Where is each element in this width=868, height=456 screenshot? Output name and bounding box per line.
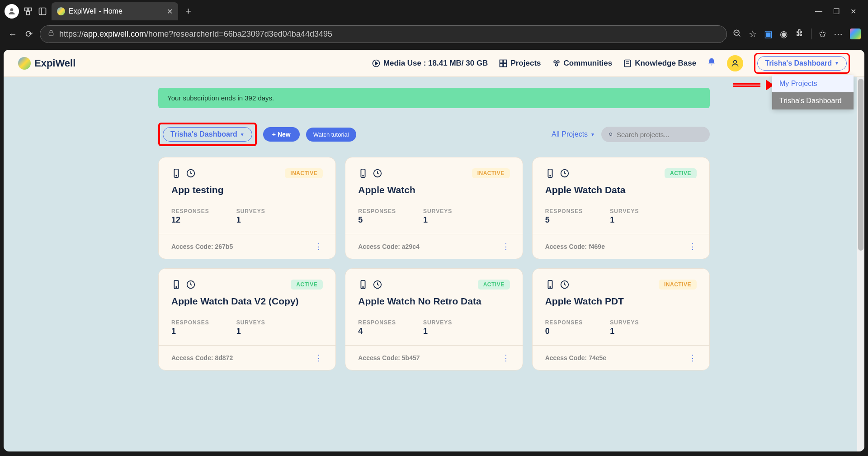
surveys-value: 1 <box>423 215 452 225</box>
project-card[interactable]: INACTIVE App testing RESPONSES 12 SURVEY… <box>158 157 336 259</box>
tab-favicon-icon <box>57 7 65 15</box>
svg-rect-6 <box>49 33 53 36</box>
project-card[interactable]: INACTIVE Apple Watch PDT RESPONSES 0 SUR… <box>532 268 710 370</box>
access-code: Access Code: 8d872 <box>171 354 233 361</box>
svg-point-18 <box>555 63 557 66</box>
svg-point-38 <box>363 287 363 288</box>
responses-value: 4 <box>358 327 396 336</box>
back-button[interactable]: ← <box>7 29 18 39</box>
minimize-icon[interactable]: — <box>815 7 822 16</box>
zoom-icon[interactable] <box>732 28 741 40</box>
dropdown-item-my-projects[interactable]: My Projects <box>772 75 854 92</box>
svg-rect-13 <box>504 60 507 63</box>
nav-knowledge-base[interactable]: Knowledge Base <box>623 59 696 68</box>
search-input[interactable] <box>617 131 703 138</box>
watch-tutorial-button[interactable]: Watch tutorial <box>306 128 356 142</box>
access-code: Access Code: 267b5 <box>171 243 233 250</box>
access-code: Access Code: a29c4 <box>358 243 419 250</box>
svg-rect-1 <box>25 8 28 11</box>
svg-point-26 <box>176 176 177 176</box>
media-use: Media Use : 18.41 MB/ 30 GB <box>372 59 488 68</box>
maximize-icon[interactable]: ❐ <box>833 7 840 16</box>
window-controls: — ❐ ✕ <box>815 7 863 16</box>
app-header: ExpiWell Media Use : 18.41 MB/ 30 GB Pro… <box>4 50 864 77</box>
annotation-arrow <box>733 81 769 90</box>
access-code: Access Code: 74e5e <box>545 354 606 361</box>
project-title: App testing <box>171 185 323 195</box>
favorite-icon[interactable]: ☆ <box>749 28 757 39</box>
clock-icon <box>373 168 382 178</box>
profile-icon[interactable] <box>5 4 19 19</box>
svg-point-23 <box>609 133 612 136</box>
clock-icon <box>560 168 570 178</box>
svg-point-41 <box>550 287 551 288</box>
clock-icon <box>186 168 196 178</box>
sidebar-toggle-icon[interactable] <box>37 6 48 17</box>
surveys-value: 1 <box>610 327 639 336</box>
project-card[interactable]: ACTIVE Apple Watch Data RESPONSES 5 SURV… <box>532 157 710 259</box>
svg-rect-15 <box>504 63 507 66</box>
tab-close-icon[interactable]: ✕ <box>167 7 173 16</box>
scrollbar-thumb[interactable] <box>858 79 863 251</box>
dashboard-dropdown-body[interactable]: Trisha's Dashboard ▼ <box>163 127 252 142</box>
svg-marker-11 <box>375 62 377 65</box>
project-card[interactable]: ACTIVE Apple Watch No Retro Data RESPONS… <box>345 268 523 370</box>
more-menu-icon[interactable]: ⋯ <box>834 28 843 39</box>
search-icon <box>609 130 613 138</box>
scrollbar[interactable] <box>857 77 864 451</box>
logo[interactable]: ExpiWell <box>18 57 75 70</box>
collections-icon[interactable]: ▣ <box>764 28 773 39</box>
phone-icon <box>171 168 181 178</box>
url-bar: ← ⟳ https://app.expiwell.com/home?resear… <box>0 23 868 45</box>
responses-value: 0 <box>545 327 583 336</box>
nav-communities[interactable]: Communities <box>552 59 613 68</box>
clock-icon <box>186 280 196 290</box>
extensions-icon[interactable] <box>795 28 804 40</box>
notification-bell-icon[interactable] <box>707 57 716 69</box>
project-title: Apple Watch Data <box>545 185 697 195</box>
svg-point-0 <box>10 8 14 11</box>
app-viewport: ExpiWell Media Use : 18.41 MB/ 30 GB Pro… <box>4 50 864 451</box>
surveys-value: 1 <box>236 327 265 336</box>
new-project-button[interactable]: + New <box>263 127 300 142</box>
controls-row: Trisha's Dashboard ▼ + New Watch tutoria… <box>158 123 710 146</box>
card-menu-icon[interactable]: ⋮ <box>315 353 323 363</box>
address-bar[interactable]: https://app.expiwell.com/home?researcher… <box>40 25 727 43</box>
logo-text: ExpiWell <box>34 57 75 69</box>
browser-tab[interactable]: ExpiWell - Home ✕ <box>52 2 178 20</box>
card-menu-icon[interactable]: ⋮ <box>315 242 323 252</box>
svg-line-8 <box>738 34 740 36</box>
refresh-button[interactable]: ⟳ <box>24 28 34 39</box>
nav-projects[interactable]: Projects <box>499 59 541 68</box>
search-box[interactable] <box>601 127 710 142</box>
status-badge: ACTIVE <box>291 280 323 290</box>
close-window-icon[interactable]: ✕ <box>850 7 856 16</box>
responses-label: RESPONSES <box>358 208 396 214</box>
svg-rect-3 <box>27 12 30 15</box>
grammar-icon[interactable]: ◉ <box>780 28 788 39</box>
project-card[interactable]: ACTIVE Apple Watch Data V2 (Copy) RESPON… <box>158 268 336 370</box>
favorites-bar-icon[interactable]: ✩ <box>819 28 826 39</box>
dropdown-item-trishas-dashboard[interactable]: Trisha's Dashboard <box>772 92 854 109</box>
project-card[interactable]: INACTIVE Apple Watch RESPONSES 5 SURVEYS… <box>345 157 523 259</box>
status-badge: ACTIVE <box>478 280 510 290</box>
new-tab-button[interactable]: + <box>185 5 191 17</box>
svg-point-35 <box>176 287 177 288</box>
svg-rect-12 <box>500 60 503 63</box>
user-avatar[interactable] <box>727 55 743 71</box>
surveys-value: 1 <box>423 327 452 336</box>
responses-value: 1 <box>171 327 209 336</box>
workspaces-icon[interactable] <box>23 6 33 17</box>
browser-chrome: ExpiWell - Home ✕ + — ❐ ✕ ← ⟳ https://ap… <box>0 0 868 50</box>
dashboard-dropdown-menu: My Projects Trisha's Dashboard <box>772 75 854 109</box>
card-menu-icon[interactable]: ⋮ <box>502 242 510 252</box>
svg-point-17 <box>557 61 559 63</box>
surveys-label: SURVEYS <box>423 319 452 326</box>
copilot-icon[interactable] <box>850 28 861 39</box>
projects-filter-dropdown[interactable]: All Projects ▼ <box>552 130 595 138</box>
card-menu-icon[interactable]: ⋮ <box>502 353 510 363</box>
card-menu-icon[interactable]: ⋮ <box>689 353 697 363</box>
card-menu-icon[interactable]: ⋮ <box>689 242 697 252</box>
clock-icon <box>373 280 382 290</box>
dashboard-dropdown-header[interactable]: Trisha's Dashboard ▼ <box>757 56 847 71</box>
